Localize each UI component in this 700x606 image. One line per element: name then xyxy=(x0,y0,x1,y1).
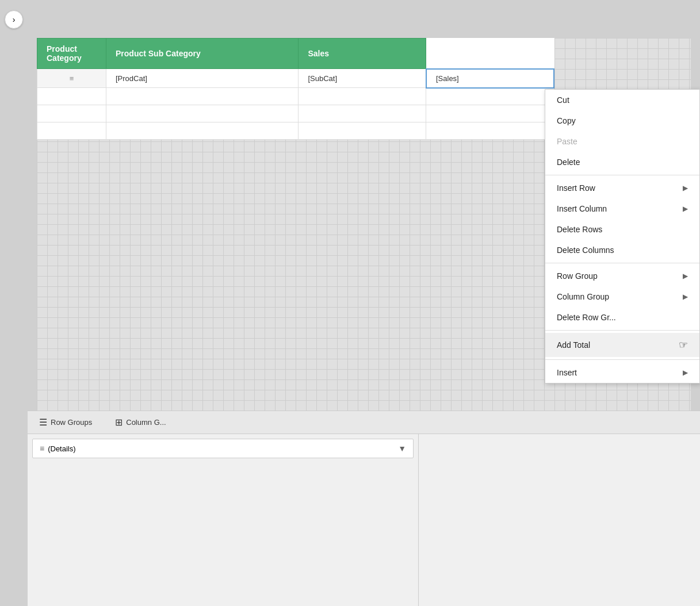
tab-column-groups[interactable]: ⊞ Column G... xyxy=(110,415,170,430)
empty-cell xyxy=(37,122,106,140)
table-header-sales: Sales xyxy=(299,39,426,69)
empty-cell xyxy=(299,122,426,140)
empty-cell xyxy=(426,105,554,122)
group-row-arrow-icon[interactable]: ▼ xyxy=(398,444,406,453)
report-table: Product Category Product Sub Category Sa… xyxy=(37,38,554,140)
cursor-hand-icon: ☞ xyxy=(679,339,688,351)
delete-row-group-label: Delete Row Gr... xyxy=(557,313,616,322)
table-header-product-category: Product Category xyxy=(37,39,106,69)
context-menu-delete-columns[interactable]: Delete Columns xyxy=(545,240,699,260)
cell-sales[interactable]: [Sales] xyxy=(426,69,554,88)
insert-label: Insert xyxy=(557,368,577,377)
row-groups-label: Row Groups xyxy=(51,418,92,427)
delete-rows-label: Delete Rows xyxy=(557,225,602,234)
cut-label: Cut xyxy=(557,95,569,105)
panel-tabs: ☰ Row Groups ⊞ Column G... xyxy=(28,411,700,434)
group-handle-icon: ≡ xyxy=(40,444,44,453)
cell-prodcat[interactable]: [ProdCat] xyxy=(106,69,299,88)
group-row-details[interactable]: ≡ (Details) ▼ xyxy=(32,439,414,458)
copy-label: Copy xyxy=(557,116,576,125)
context-menu-insert-column[interactable]: Insert Column ▶ xyxy=(545,198,699,219)
paste-label: Paste xyxy=(557,137,577,146)
context-menu-delete-rows[interactable]: Delete Rows xyxy=(545,219,699,240)
delete-label: Delete xyxy=(557,158,580,167)
context-menu-column-group[interactable]: Column Group ▶ xyxy=(545,286,699,307)
context-menu-cut[interactable]: Cut xyxy=(545,90,699,110)
empty-cell xyxy=(106,88,299,105)
empty-cell xyxy=(426,88,554,105)
column-group-label: Column Group xyxy=(557,292,609,301)
menu-separator-4 xyxy=(545,359,699,360)
tab-row-groups[interactable]: ☰ Row Groups xyxy=(35,415,97,430)
context-menu-insert-row[interactable]: Insert Row ▶ xyxy=(545,178,699,198)
context-menu-delete[interactable]: Delete xyxy=(545,152,699,172)
empty-cell xyxy=(106,122,299,140)
insert-row-label: Insert Row xyxy=(557,183,595,193)
context-menu: Cut Copy Paste Delete Insert Row ▶ Inser… xyxy=(545,89,700,383)
table-header-product-sub-category: Product Sub Category xyxy=(106,39,299,69)
delete-columns-label: Delete Columns xyxy=(557,246,614,255)
empty-cell xyxy=(299,105,426,122)
menu-separator-2 xyxy=(545,263,699,263)
group-row-label: (Details) xyxy=(48,444,395,453)
report-table-container: Product Category Product Sub Category Sa… xyxy=(37,38,554,140)
submenu-arrow-icon: ▶ xyxy=(683,184,688,192)
submenu-arrow-icon: ▶ xyxy=(683,369,688,377)
menu-separator-1 xyxy=(545,175,699,175)
row-handle[interactable]: ≡ xyxy=(37,69,106,88)
context-menu-delete-row-group[interactable]: Delete Row Gr... xyxy=(545,307,699,328)
context-menu-insert[interactable]: Insert ▶ xyxy=(545,362,699,383)
bottom-panel: ☰ Row Groups ⊞ Column G... ≡ (Details) ▼ xyxy=(28,411,700,606)
insert-column-label: Insert Column xyxy=(557,204,607,213)
row-groups-panel: ≡ (Details) ▼ xyxy=(28,434,419,606)
row-group-label: Row Group xyxy=(557,271,598,281)
context-menu-row-group[interactable]: Row Group ▶ xyxy=(545,266,699,286)
context-menu-paste[interactable]: Paste xyxy=(545,131,699,152)
submenu-arrow-icon: ▶ xyxy=(683,205,688,213)
empty-cell xyxy=(37,88,106,105)
empty-cell xyxy=(426,122,554,140)
cell-subcat[interactable]: [SubCat] xyxy=(299,69,426,88)
submenu-arrow-icon: ▶ xyxy=(683,293,688,301)
column-groups-label: Column G... xyxy=(126,418,166,427)
empty-cell xyxy=(106,105,299,122)
context-menu-copy[interactable]: Copy xyxy=(545,110,699,131)
submenu-arrow-icon: ▶ xyxy=(683,272,688,280)
sidebar-toggle-button[interactable]: › xyxy=(5,10,23,29)
empty-cell xyxy=(299,88,426,105)
chevron-right-icon: › xyxy=(13,15,16,24)
column-groups-icon: ⊞ xyxy=(115,417,123,428)
empty-cell xyxy=(37,105,106,122)
row-groups-icon: ☰ xyxy=(39,417,47,428)
add-total-label: Add Total xyxy=(557,340,590,350)
menu-separator-3 xyxy=(545,330,699,331)
context-menu-add-total[interactable]: Add Total ☞ xyxy=(545,333,699,357)
